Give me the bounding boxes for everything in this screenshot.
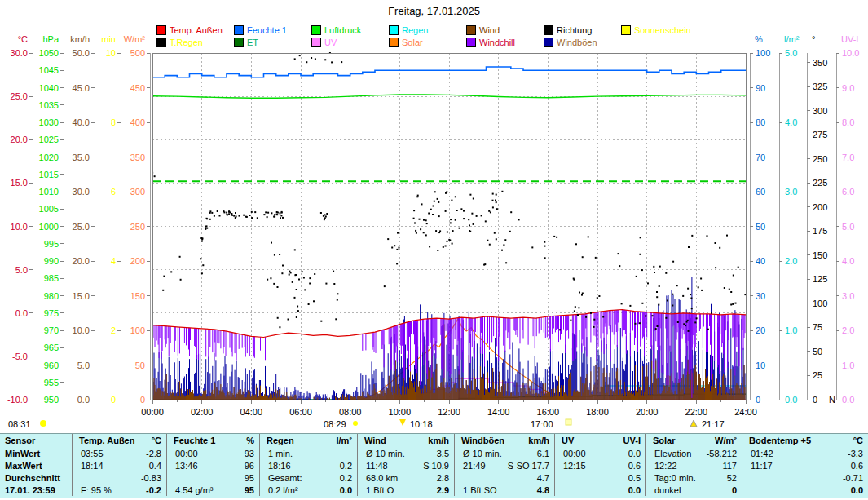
cell-value: 2.9 [437, 485, 454, 495]
direction-dot [271, 242, 272, 244]
direction-dot [676, 285, 678, 286]
direction-dot [460, 208, 462, 210]
cell-value: 0.2 [340, 461, 357, 471]
direction-dot [426, 223, 428, 224]
x-tick-label: 06:00 [289, 407, 312, 417]
direction-dot [434, 201, 435, 202]
axis-w-m: W/m²500450400350300250200150100500 [124, 34, 150, 405]
direction-dot [619, 265, 620, 267]
direction-dot [209, 212, 211, 214]
axis-tick-label: 1.0 [785, 325, 797, 335]
direction-dot [469, 194, 471, 196]
cell-value: 0.4 [149, 461, 166, 471]
direction-dot [544, 257, 546, 259]
axis-tick-label: 30.0 [11, 48, 28, 58]
direction-dot [282, 217, 284, 219]
direction-dot [417, 195, 419, 197]
direction-dot [245, 216, 247, 218]
direction-dot [653, 266, 654, 268]
axis-tick-label: 0 [140, 395, 145, 405]
direction-dot [416, 232, 417, 234]
direction-dot [239, 215, 240, 217]
col-wind-row-4: 1 Bft O2.9 [357, 484, 454, 496]
axis-tick-label: 35.0 [73, 153, 90, 162]
direction-dot [688, 246, 690, 248]
direction-dot [337, 299, 338, 301]
axis-tick-label: 20.0 [73, 256, 90, 266]
direction-dot [432, 214, 434, 215]
axis-extra-label-n: N [829, 395, 835, 405]
direction-dot [273, 283, 275, 285]
axis-tick-label: 90 [756, 83, 765, 93]
cell-label: 00:00 [167, 449, 245, 458]
direction-dot [696, 317, 698, 319]
axis-tick-label: 0 [756, 395, 760, 405]
column-name: Wind [358, 436, 428, 445]
direction-dot [504, 239, 506, 241]
column-unit: km/h [428, 436, 454, 445]
direction-dot [414, 223, 416, 224]
col-bodentemp-5-header: Bodentemp +5°C [742, 434, 868, 447]
direction-dot [297, 306, 298, 308]
cell-value: 4.8 [537, 485, 554, 495]
direction-dot [657, 325, 659, 327]
direction-dot [214, 215, 215, 217]
direction-dot [707, 329, 709, 330]
direction-dot [573, 278, 575, 280]
axis-tick-label: 970 [44, 325, 59, 335]
column-unit: UV-I [623, 436, 645, 445]
direction-dot [509, 231, 511, 232]
direction-dot [489, 244, 491, 246]
axis-tick-label: 5.0 [785, 48, 797, 58]
direction-dot [233, 215, 235, 217]
direction-dot [672, 294, 673, 295]
col-regen-row-2: 18:160.2 [259, 459, 357, 471]
direction-dot [435, 230, 437, 232]
direction-dot [311, 57, 312, 59]
col-uv-header: UVUV-I [554, 434, 645, 447]
direction-dot [288, 319, 289, 321]
col-windb-en-row-2: 21:49S-SO 17.7 [454, 459, 554, 471]
direction-dot [481, 215, 482, 216]
direction-dot [391, 247, 393, 249]
direction-dot [437, 250, 438, 251]
triangle-up-icon [690, 420, 697, 427]
annotation-10-18: 10:18 [410, 419, 433, 429]
row-header-label: MinWert [0, 449, 40, 458]
direction-dot [320, 321, 322, 322]
col-wind-row-3: 68.0 km2.8 [357, 471, 454, 484]
direction-dot [450, 219, 452, 220]
axis-tick-label: 6 [111, 187, 116, 197]
row-header-minwert: MinWert [0, 447, 72, 459]
direction-dot [309, 283, 311, 285]
direction-dot [729, 289, 730, 290]
direction-dot [430, 209, 432, 210]
axis-tick-label: 4 [111, 256, 116, 266]
direction-dot [445, 246, 447, 247]
column-unit: W/m² [715, 436, 742, 445]
direction-dot [294, 58, 296, 60]
axis-unit-: ° [812, 34, 815, 44]
direction-dot [428, 213, 430, 215]
cell-value: 96 [245, 461, 259, 471]
direction-dot [450, 222, 452, 223]
x-tick-label: 20:00 [636, 407, 659, 417]
axis-tick-label: 1035 [39, 100, 59, 110]
axis-tick-label: 7.0 [842, 153, 854, 162]
direction-dot [296, 289, 297, 290]
direction-dot [384, 285, 386, 287]
axis-tick-label: 15.0 [11, 178, 28, 188]
direction-dot [425, 219, 427, 221]
cell-label: Ø 10 min. [455, 449, 537, 458]
direction-dot [641, 269, 643, 271]
axis-tick-label: 1045 [39, 65, 59, 75]
axis-tick-label: 275 [813, 130, 827, 139]
direction-dot [503, 244, 504, 246]
cell-value: 95 [245, 473, 259, 483]
row-header-17-01-23-59: 17.01. 23:59 [0, 484, 72, 496]
column-name: Windböen [455, 436, 528, 445]
axis-tick-label: 450 [130, 83, 145, 93]
axis-tick-label: 1005 [39, 204, 59, 214]
cell-value: 4.7 [537, 473, 554, 483]
direction-dot [279, 326, 280, 328]
